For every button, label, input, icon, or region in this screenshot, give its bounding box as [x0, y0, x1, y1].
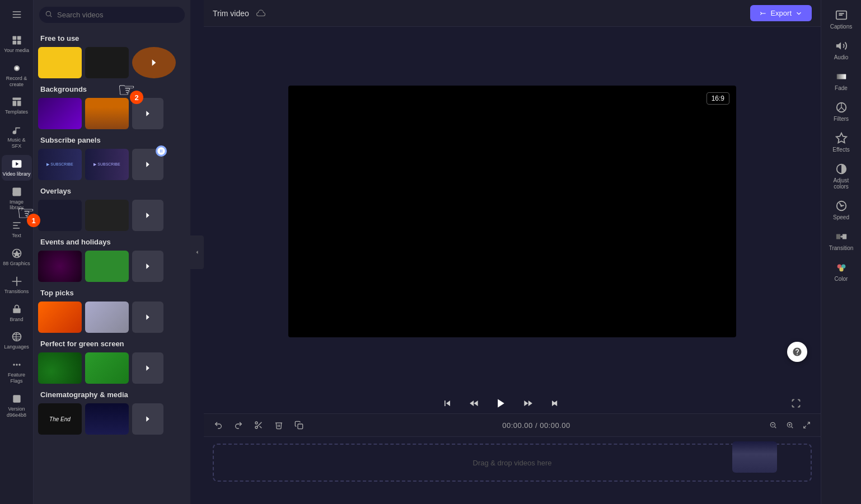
sidebar-item-video-library[interactable]: Video library [2, 155, 32, 181]
bg-arrow-btn[interactable] [132, 98, 163, 129]
sidebar-item-label-graphics: 88 Graphics [3, 261, 30, 267]
svg-rect-31 [298, 424, 303, 429]
fullscreen-button[interactable] [789, 397, 803, 410]
track-drop-zone[interactable]: Drag & drop videos here [213, 444, 812, 482]
events-arrow-btn[interactable] [132, 251, 163, 282]
toppicks-row [38, 302, 186, 333]
cut-button[interactable] [251, 417, 266, 433]
right-tool-fade[interactable]: Fade [823, 66, 859, 96]
duplicate-button[interactable] [291, 417, 307, 433]
search-icon [45, 10, 53, 18]
right-tool-label-transition: Transition [829, 245, 854, 251]
main-area: Trim video Export 16:9 [204, 0, 821, 504]
svg-point-21 [13, 364, 15, 365]
sidebar-item-version[interactable]: Version d96e4b8 [2, 390, 32, 422]
right-tool-effects[interactable]: Effects [823, 128, 859, 157]
greenscreen-thumb-1[interactable] [38, 352, 82, 384]
svg-rect-18 [13, 308, 20, 313]
skip-back-button[interactable] [439, 395, 455, 411]
playback-row [204, 395, 821, 413]
svg-rect-11 [17, 101, 21, 106]
sidebar-item-label-text: Text [12, 233, 21, 239]
greenscreen-arrow-btn[interactable] [132, 352, 163, 384]
greenscreen-thumb-2[interactable] [85, 352, 129, 384]
track-thumbnail [732, 441, 777, 473]
zoom-in-button[interactable] [783, 418, 797, 432]
sidebar-item-music[interactable]: Music & SFX [2, 121, 32, 153]
right-tool-color[interactable]: Color [823, 257, 859, 286]
svg-point-51 [839, 267, 843, 271]
subscribe-arrow-btn[interactable] [132, 149, 163, 180]
toppicks-arrow-btn[interactable] [132, 302, 163, 333]
sidebar-item-label-your-media: Your media [4, 48, 29, 54]
menu-button[interactable] [2, 4, 32, 25]
timeline-toolbar: 00:00.00 / 00:00.00 [204, 414, 821, 437]
section-title-backgrounds: Backgrounds [40, 85, 184, 93]
sidebar-item-templates[interactable]: Templates [2, 93, 32, 119]
svg-marker-40 [836, 43, 840, 50]
help-button[interactable] [787, 342, 807, 362]
free-thumb-1[interactable] [38, 47, 82, 78]
section-title-events: Events and holidays [40, 238, 184, 246]
sidebar-item-transitions[interactable]: Transitions [2, 272, 32, 298]
right-tool-audio[interactable]: Audio [823, 35, 859, 65]
export-button[interactable]: Export [750, 5, 812, 21]
cine-thumb-1[interactable]: The End [38, 403, 82, 435]
skip-forward-button[interactable] [547, 395, 563, 411]
sidebar-item-languages[interactable]: Languages [2, 328, 32, 354]
overlay-thumb-1[interactable] [38, 200, 82, 231]
events-thumb-1[interactable] [38, 251, 82, 282]
cloud-icon [256, 8, 266, 18]
bg-thumb-2[interactable] [85, 98, 129, 129]
sidebar-item-image-library[interactable]: Image library [2, 183, 32, 215]
redo-button[interactable] [231, 417, 246, 433]
collapse-panel-button[interactable] [190, 235, 204, 269]
sidebar-item-feature-flags[interactable]: Feature Flags [2, 356, 32, 388]
playback-controls [213, 395, 789, 411]
zoom-controls [766, 418, 814, 432]
svg-line-33 [775, 427, 776, 428]
free-thumb-2[interactable] [85, 47, 129, 78]
cine-arrow-btn[interactable] [132, 403, 163, 435]
sidebar-item-record[interactable]: Record & create [2, 59, 32, 91]
right-tool-label-speed: Speed [833, 214, 849, 220]
events-thumb-2[interactable] [85, 251, 129, 282]
cine-thumb-2[interactable] [85, 403, 129, 435]
forward-button[interactable] [520, 395, 536, 411]
right-tool-captions[interactable]: Captions [823, 4, 859, 34]
subscribe-thumb-1[interactable]: ▶ SUBSCRIBE [38, 149, 82, 180]
sidebar-item-your-media[interactable]: Your media [2, 31, 32, 57]
svg-marker-26 [498, 399, 504, 408]
sidebar-item-graphics[interactable]: 88 Graphics [2, 244, 32, 270]
overlay-thumb-2[interactable] [85, 200, 129, 231]
sidebar-item-text[interactable]: Text [2, 216, 32, 242]
sidebar-item-brand-kit[interactable]: Brand [2, 300, 32, 326]
search-input[interactable] [39, 7, 185, 23]
video-library-panel: Free to use Backgrounds Subscribe panels… [34, 0, 190, 504]
svg-rect-6 [17, 41, 21, 45]
subscribe-thumb-2[interactable]: ▶ SUBSCRIBE [85, 149, 129, 180]
bg-thumb-1[interactable] [38, 98, 82, 129]
right-tool-speed[interactable]: Speed [823, 195, 859, 225]
free-thumb-arrow[interactable] [132, 47, 176, 78]
right-tool-filters[interactable]: Filters [823, 97, 859, 126]
svg-point-28 [255, 426, 258, 428]
aspect-ratio-badge[interactable]: 16:9 [706, 92, 729, 105]
play-button[interactable] [493, 395, 509, 411]
overlays-arrow-btn[interactable] [132, 200, 163, 231]
toppick-thumb-2[interactable] [85, 302, 129, 333]
zoom-out-button[interactable] [766, 418, 780, 432]
expand-timeline-button[interactable] [799, 418, 814, 432]
undo-button[interactable] [210, 417, 226, 433]
delete-button[interactable] [271, 417, 287, 433]
export-dropdown-icon [795, 10, 803, 17]
timeline-track: Drag & drop videos here [204, 437, 821, 504]
svg-point-46 [840, 205, 843, 207]
rewind-button[interactable] [466, 395, 482, 411]
sidebar-item-label-image-library: Image library [3, 199, 31, 211]
toppick-thumb-1[interactable] [38, 302, 82, 333]
section-title-toppicks: Top picks [40, 289, 184, 297]
right-tool-transition[interactable]: Transition [823, 226, 859, 256]
right-tool-adjust-colors[interactable]: Adjust colors [823, 158, 859, 194]
greenscreen-row [38, 352, 186, 384]
